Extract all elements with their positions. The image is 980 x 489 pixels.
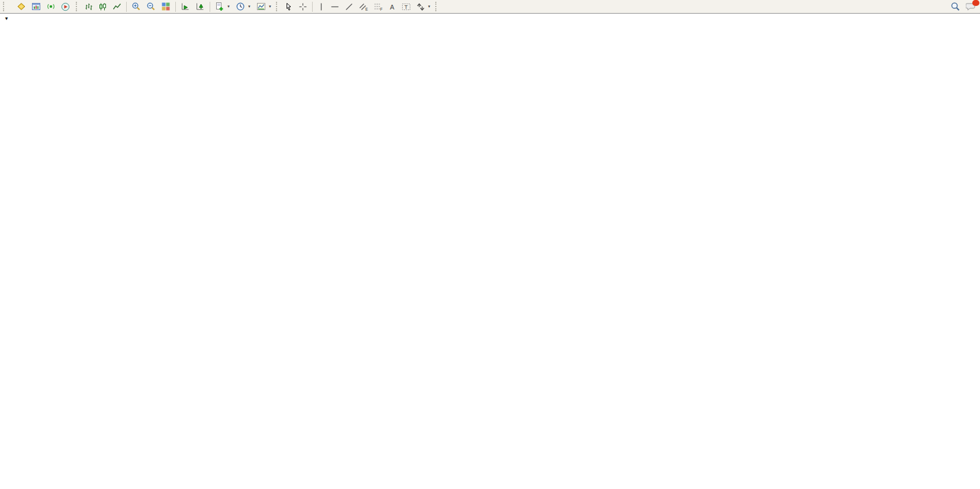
- indicators-button[interactable]: ▼: [213, 1, 233, 12]
- periods-button[interactable]: ▼: [233, 1, 253, 12]
- text-label-icon: T: [401, 2, 411, 11]
- arrows-icon: [416, 2, 425, 11]
- signals-icon: [46, 2, 56, 11]
- horizontal-line-icon: [330, 2, 339, 11]
- chart-window-icon: [31, 2, 41, 11]
- text-icon: A: [388, 2, 396, 11]
- auto-scroll-button[interactable]: [178, 1, 192, 12]
- signals-button[interactable]: [44, 1, 58, 12]
- candlestick-chart-icon: [98, 2, 107, 11]
- arrows-button[interactable]: ▼: [414, 1, 433, 12]
- chart-shift-icon: [195, 2, 205, 11]
- vertical-line-icon: [317, 2, 325, 11]
- line-chart-icon: [113, 2, 121, 11]
- crosshair-button[interactable]: [296, 1, 310, 12]
- zoom-out-icon: [146, 2, 156, 11]
- bar-chart-button[interactable]: [82, 1, 95, 12]
- vertical-line-button[interactable]: [315, 1, 327, 12]
- crosshair-icon: [298, 2, 307, 11]
- chart-canvas[interactable]: [0, 0, 980, 489]
- chart-collapse-caret[interactable]: ▼: [4, 16, 9, 21]
- equidistant-channel-icon: E: [359, 2, 368, 11]
- svg-text:A: A: [390, 3, 394, 10]
- indicators-dropdown-caret: ▼: [227, 5, 230, 8]
- new-order-button[interactable]: [9, 1, 14, 12]
- equidistant-channel-button[interactable]: E: [356, 1, 371, 12]
- toolbar-separator: [312, 2, 313, 12]
- trendline-icon: [345, 2, 354, 11]
- bar-chart-icon: [84, 2, 93, 11]
- search-icon: [950, 2, 960, 12]
- templates-dropdown-caret: ▼: [268, 5, 272, 8]
- templates-button[interactable]: ▼: [254, 1, 274, 12]
- main-toolbar: ▼ ▼ ▼ E F A T ▼: [0, 0, 980, 14]
- zoom-out-button[interactable]: [144, 1, 158, 12]
- chart-title-bar: ▼: [4, 16, 16, 21]
- clock-icon: [236, 2, 245, 11]
- notifications-button[interactable]: [963, 1, 978, 12]
- svg-text:T: T: [404, 4, 408, 10]
- arrows-dropdown-caret: ▼: [428, 5, 431, 8]
- toolbar-grip[interactable]: [435, 2, 438, 11]
- gold-button[interactable]: [14, 1, 28, 12]
- horizontal-line-button[interactable]: [328, 1, 342, 12]
- toolbar-separator: [126, 2, 127, 12]
- svg-text:E: E: [365, 7, 368, 11]
- auto-trading-button[interactable]: [59, 1, 74, 12]
- cursor-button[interactable]: [282, 1, 295, 12]
- svg-text:F: F: [380, 7, 383, 11]
- toolbar-separator: [210, 2, 210, 12]
- candlestick-chart-button[interactable]: [96, 1, 110, 12]
- toolbar-separator: [175, 2, 176, 12]
- search-button[interactable]: [948, 1, 963, 12]
- auto-scroll-icon: [181, 2, 190, 11]
- tile-windows-button[interactable]: [159, 1, 173, 12]
- cursor-icon: [284, 2, 293, 11]
- periods-dropdown-caret: ▼: [248, 5, 251, 8]
- zoom-in-button[interactable]: [129, 1, 143, 12]
- text-button[interactable]: A: [386, 1, 399, 12]
- trendline-button[interactable]: [342, 1, 356, 12]
- notification-badge: [972, 0, 979, 6]
- fibonacci-icon: F: [374, 2, 383, 11]
- indicators-add-icon: [215, 2, 224, 11]
- gold-icon: [17, 2, 26, 11]
- toolbar-grip[interactable]: [276, 2, 279, 11]
- chart-shift-button[interactable]: [193, 1, 207, 12]
- text-label-button[interactable]: T: [399, 1, 413, 12]
- toolbar-grip[interactable]: [3, 2, 6, 11]
- auto-trading-icon: [61, 2, 70, 11]
- tile-windows-icon: [161, 2, 171, 11]
- template-chart-icon: [256, 2, 266, 11]
- line-chart-button[interactable]: [110, 1, 124, 12]
- toolbar-grip[interactable]: [76, 2, 79, 11]
- charts-window-button[interactable]: [29, 1, 43, 12]
- zoom-in-icon: [131, 2, 141, 11]
- fibonacci-button[interactable]: F: [371, 1, 385, 12]
